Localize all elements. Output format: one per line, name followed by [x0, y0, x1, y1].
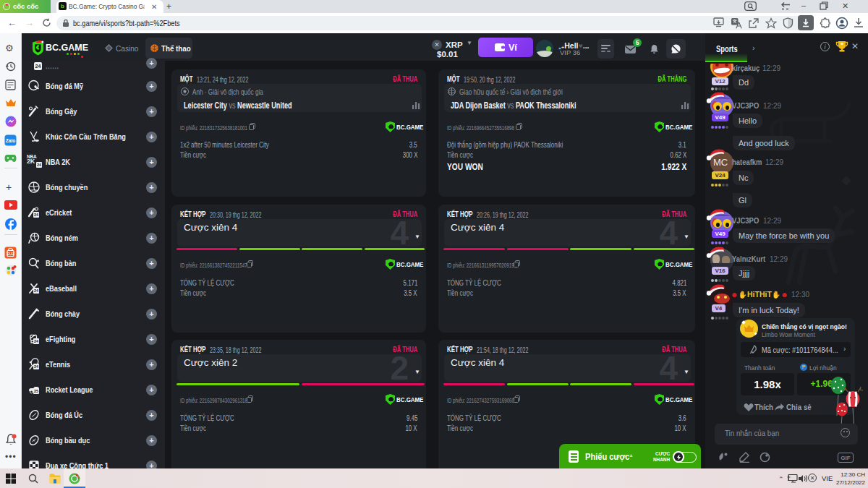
svg-text:Zalo: Zalo — [6, 138, 15, 143]
svg-text:12.12: 12.12 — [7, 252, 15, 256]
